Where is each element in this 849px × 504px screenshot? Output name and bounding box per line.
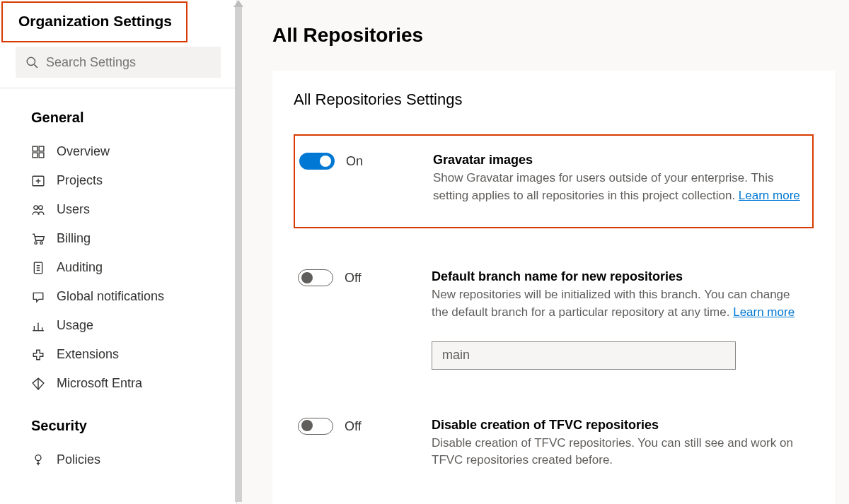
setting-default-branch: Off Default branch name for new reposito… [294,264,814,390]
toggle-column: Off [298,269,415,369]
svg-rect-4 [33,153,37,158]
setting-body: Disable creation of TFVC repositories Di… [432,418,809,469]
sidebar-item-billing[interactable]: Billing [0,224,236,253]
default-branch-input[interactable] [432,341,736,370]
main-content: All Repositories All Repositories Settin… [237,0,849,504]
toggle-knob [320,156,331,167]
section-security-title: Security [0,398,236,445]
setting-gravatar-images: On Gravatar images Show Gravatar images … [294,134,814,228]
sidebar-item-entra[interactable]: Microsoft Entra [0,369,236,398]
setting-body: Gravatar images Show Gravatar images for… [433,153,808,204]
svg-rect-5 [39,153,44,158]
toggle-state-label: Off [345,418,362,435]
svg-point-21 [35,455,41,460]
setting-title: Default branch name for new repositories [432,269,809,284]
sidebar-item-label: Global notifications [57,289,164,304]
sidebar-item-label: Policies [57,452,100,467]
setting-disable-tfvc: Off Disable creation of TFVC repositorie… [294,412,814,469]
card-title: All Repositories Settings [294,90,814,109]
sidebar-item-label: Auditing [57,260,103,275]
section-general-title: General [0,105,236,137]
policies-icon [31,453,45,467]
svg-rect-2 [33,146,37,151]
toggle-knob [301,420,313,431]
scroll-up-icon [233,0,243,7]
sidebar-item-projects[interactable]: Projects [0,166,236,195]
setting-title: Gravatar images [433,153,808,168]
svg-point-9 [34,205,38,209]
settings-card: All Repositories Settings On Gravatar im… [272,71,835,504]
usage-icon [31,319,45,333]
sidebar-item-notifications[interactable]: Global notifications [0,282,236,311]
page-title: All Repositories [272,24,835,47]
nav-list-security: Policies [0,445,236,474]
entra-icon [31,377,45,391]
users-icon [31,203,45,217]
sidebar-item-label: Extensions [57,347,119,362]
svg-point-0 [27,57,35,65]
projects-icon [31,174,45,188]
toggle-state-label: Off [345,269,362,286]
billing-icon [31,232,45,246]
setting-body: Default branch name for new repositories… [432,269,809,369]
sidebar: Organization Settings General Overview [0,0,237,504]
sidebar-title: Organization Settings [18,13,175,30]
toggle-column: On [299,153,416,204]
sidebar-item-policies[interactable]: Policies [0,445,236,474]
sidebar-item-label: Usage [57,318,93,333]
setting-desc-text: Show Gravatar images for users outside o… [433,171,774,202]
svg-point-11 [35,241,37,243]
learn-more-link[interactable]: Learn more [739,189,800,202]
setting-description: Disable creation of TFVC repositories. Y… [432,435,809,469]
default-branch-toggle[interactable] [298,269,333,286]
learn-more-link[interactable]: Learn more [733,305,795,319]
toggle-column: Off [298,418,415,469]
svg-line-1 [34,64,37,68]
nav-list-general: Overview Projects Users [0,137,236,398]
extensions-icon [31,348,45,362]
overview-icon [31,145,45,159]
divider [0,88,236,88]
sidebar-item-label: Users [57,202,90,217]
scroll-track[interactable] [235,7,242,502]
gravatar-toggle[interactable] [299,153,335,170]
search-container [16,47,221,78]
toggle-knob [301,272,313,283]
search-input[interactable] [46,55,212,70]
search-icon [25,55,39,69]
sidebar-title-highlight: Organization Settings [1,1,187,42]
svg-point-10 [39,205,43,209]
sidebar-item-extensions[interactable]: Extensions [0,340,236,369]
setting-title: Disable creation of TFVC repositories [432,418,809,433]
sidebar-item-usage[interactable]: Usage [0,311,236,340]
notifications-icon [31,290,45,304]
sidebar-item-label: Microsoft Entra [57,376,142,391]
auditing-icon [31,261,45,275]
setting-desc-text: Disable creation of TFVC repositories. Y… [432,436,793,467]
tfvc-toggle[interactable] [298,418,333,435]
sidebar-item-auditing[interactable]: Auditing [0,253,236,282]
toggle-state-label: On [346,153,363,170]
svg-rect-3 [39,146,44,151]
search-box[interactable] [16,47,221,78]
setting-description: New repositories will be initialized wit… [432,286,809,321]
sidebar-item-label: Billing [57,231,91,246]
sidebar-item-users[interactable]: Users [0,195,236,224]
sidebar-item-label: Overview [57,144,110,159]
svg-point-12 [40,241,42,243]
setting-description: Show Gravatar images for users outside o… [433,170,808,204]
scrollbar[interactable] [233,0,243,502]
sidebar-item-overview[interactable]: Overview [0,137,236,166]
sidebar-item-label: Projects [57,173,103,188]
